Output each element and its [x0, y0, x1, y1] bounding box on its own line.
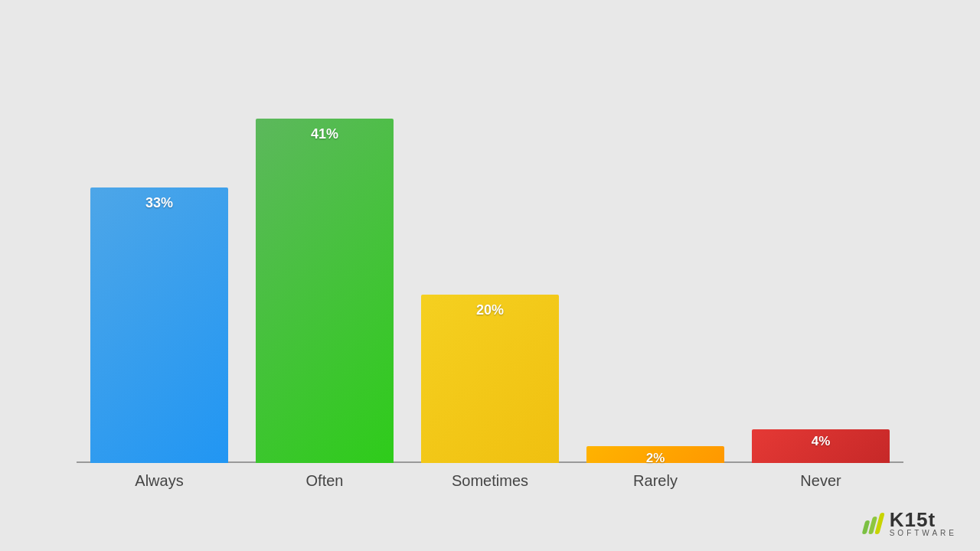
bar-often: 41%: [256, 119, 394, 463]
bars-area: 33% 41% 20% 2% 4%: [77, 46, 903, 463]
logo-brand: K15t: [890, 510, 957, 530]
bar-label-never: 4%: [812, 429, 831, 449]
bar-rarely: 2%: [586, 446, 724, 463]
bar-group-always: 33%: [77, 187, 242, 463]
x-label-sometimes: Sometimes: [407, 472, 573, 490]
x-label-never: Never: [738, 472, 903, 490]
bar-group-often: 41%: [242, 119, 407, 463]
x-label-rarely: Rarely: [573, 472, 738, 490]
x-label-often: Often: [242, 472, 407, 490]
bar-label-often: 41%: [311, 119, 338, 142]
bar-always: 33%: [90, 187, 228, 463]
x-axis-labels: Always Often Sometimes Rarely Never: [77, 472, 903, 490]
logo: K15t SOFTWARE: [864, 510, 957, 537]
bar-label-rarely: 2%: [646, 446, 665, 466]
bar-chart: 33% 41% 20% 2% 4% Always: [77, 46, 903, 490]
bar-group-rarely: 2%: [573, 446, 738, 463]
logo-slashes-icon: [864, 513, 882, 534]
bar-sometimes: 20%: [421, 295, 559, 463]
x-label-always: Always: [77, 472, 242, 490]
bar-label-sometimes: 20%: [476, 295, 504, 318]
bar-label-always: 33%: [145, 187, 173, 211]
bar-group-sometimes: 20%: [407, 295, 573, 463]
logo-sub: SOFTWARE: [890, 530, 957, 537]
logo-text: K15t SOFTWARE: [890, 510, 957, 537]
bar-never: 4%: [752, 429, 890, 463]
bar-group-never: 4%: [738, 429, 903, 463]
